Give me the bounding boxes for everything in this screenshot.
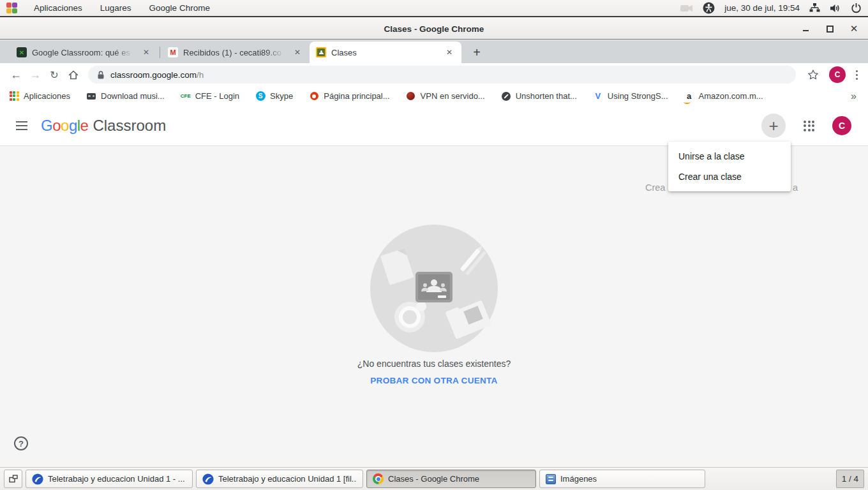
help-button[interactable]: ? <box>14 436 28 450</box>
tab-title: Google Classroom: qué es <box>32 48 135 57</box>
url-host: classroom.google.com <box>110 70 197 80</box>
add-class-button[interactable]: + <box>761 114 786 138</box>
tab-google-classroom-article[interactable]: ✕ Google Classroom: qué es ✕ <box>10 41 158 63</box>
panel-menu-google-chrome[interactable]: Google Chrome <box>148 2 211 14</box>
bookmark-amazon[interactable]: a Amazon.com.m... <box>684 91 763 101</box>
browser-tab-strip: ✕ Google Classroom: qué es ✕ M Recibidos… <box>0 40 868 63</box>
power-icon[interactable] <box>851 3 862 13</box>
taskbar-button-label: Teletrabajo y educacion Unidad 1 - ... <box>48 474 185 484</box>
tab-separator <box>160 47 160 58</box>
bookmark-label: VPN en servido... <box>421 91 485 101</box>
try-another-account-link[interactable]: PROBAR CON OTRA CUENTA <box>0 376 868 385</box>
new-tab-button[interactable]: + <box>468 43 486 61</box>
window-title: Clases - Google Chrome <box>384 24 484 34</box>
show-desktop-button[interactable] <box>4 470 22 488</box>
bookmark-label: Download musi... <box>101 91 165 101</box>
apps-grid-icon <box>9 91 19 101</box>
bookmark-label: Using StrongS... <box>608 91 668 101</box>
url-path: /h <box>197 70 204 80</box>
taskbar-button-wps-1[interactable]: Teletrabajo y educacion Unidad 1 - ... <box>26 470 193 488</box>
tab-gmail-inbox[interactable]: M Recibidos (1) - cecati89.co ✕ <box>161 41 310 63</box>
tab-title: Recibidos (1) - cecati89.co <box>183 48 287 57</box>
browser-profile-avatar[interactable]: C <box>829 66 846 83</box>
wps-writer-icon <box>202 473 214 485</box>
classroom-favicon-icon <box>316 47 326 57</box>
file-manager-icon <box>546 474 556 484</box>
close-window-button[interactable]: ✕ <box>849 24 859 34</box>
volume-icon[interactable] <box>830 3 841 13</box>
reload-button[interactable]: ↻ <box>45 65 64 84</box>
window-titlebar[interactable]: Clases - Google Chrome ✕ <box>0 19 868 40</box>
bookmark-pagina-principal[interactable]: Página principal... <box>309 91 389 101</box>
amazon-icon: a <box>684 91 694 101</box>
taskbar-button-imagenes[interactable]: Imágenes <box>539 470 705 488</box>
taskbar-button-label: Imágenes <box>560 474 597 484</box>
empty-state-question: ¿No encuentras tus clases existentes? <box>0 359 868 369</box>
network-icon[interactable] <box>809 3 820 13</box>
minimize-button[interactable] <box>800 24 811 34</box>
bookmark-label: Skype <box>270 91 293 101</box>
office-icon <box>310 92 318 100</box>
bookmark-unshorten[interactable]: Unshorten that... <box>501 91 577 101</box>
menu-item-create-class[interactable]: Crear una clase <box>668 167 791 187</box>
chrome-icon <box>373 473 384 484</box>
bookmark-label: CFE - Login <box>195 91 239 101</box>
lock-icon <box>97 70 105 80</box>
cfe-icon: CFE <box>181 91 191 101</box>
classroom-content: Crea a <box>0 147 868 467</box>
add-class-dropdown-menu: Unirse a la clase Crear una clase <box>668 142 791 191</box>
boombox-icon <box>87 93 96 100</box>
main-menu-icon[interactable] <box>9 113 34 138</box>
classroom-logo[interactable]: Google Classroom <box>41 117 166 135</box>
address-bar[interactable]: classroom.google.com/h <box>88 66 796 84</box>
background-hint-text-right: a <box>793 182 798 193</box>
back-button[interactable]: ← <box>6 65 26 84</box>
google-apps-grid-icon[interactable] <box>801 118 817 134</box>
red-sphere-icon <box>407 92 415 100</box>
tab-close-icon[interactable]: ✕ <box>444 47 455 58</box>
bookmark-download-music[interactable]: Download musi... <box>86 91 165 101</box>
windows-icon <box>9 475 18 483</box>
bookmarks-bar: Aplicaciones Download musi... CFE CFE - … <box>0 86 868 106</box>
home-button[interactable] <box>64 65 83 84</box>
bookmark-strongvpn[interactable]: V Using StrongS... <box>593 91 668 101</box>
bookmark-label: Aplicaciones <box>24 91 70 101</box>
bookmark-cfe-login[interactable]: CFE CFE - Login <box>181 91 239 101</box>
tab-close-icon[interactable]: ✕ <box>140 47 152 58</box>
accessibility-icon[interactable] <box>703 2 715 14</box>
classroom-header: Google Classroom + C <box>0 106 868 146</box>
menu-item-join-class[interactable]: Unirse a la clase <box>668 146 791 167</box>
taskbar-button-label: Teletrabajo y educacion Unidad 1 [fil... <box>218 474 357 484</box>
forward-button[interactable]: → <box>26 65 45 84</box>
bookmark-vpn[interactable]: VPN en servido... <box>406 91 485 101</box>
bookmark-label: Página principal... <box>324 91 389 101</box>
wps-writer-icon <box>32 473 43 485</box>
tab-close-icon[interactable]: ✕ <box>292 47 303 58</box>
globe-icon <box>502 92 511 101</box>
bookmarks-overflow-chevron[interactable]: » <box>851 91 859 102</box>
workspace-pager[interactable]: 1 / 4 <box>836 470 864 488</box>
desktop-taskbar: Teletrabajo y educacion Unidad 1 - ... T… <box>0 467 868 490</box>
account-avatar[interactable]: C <box>832 116 851 135</box>
taskbar-button-chrome-active[interactable]: Clases - Google Chrome <box>366 470 536 488</box>
panel-clock[interactable]: jue, 30 de jul, 19:54 <box>724 3 800 13</box>
site-favicon-icon: ✕ <box>17 47 27 57</box>
maximize-button[interactable] <box>825 24 835 34</box>
google-wordmark: Google <box>41 117 88 135</box>
bookmark-skype[interactable]: S Skype <box>255 91 293 101</box>
empty-classes-illustration <box>370 225 498 352</box>
distro-logo-icon <box>6 3 17 13</box>
taskbar-button-wps-2[interactable]: Teletrabajo y educacion Unidad 1 [fil... <box>196 470 363 488</box>
taskbar-button-label: Clases - Google Chrome <box>388 474 479 484</box>
strongvpn-icon: V <box>593 91 603 101</box>
browser-menu-icon[interactable] <box>852 66 862 84</box>
bookmark-label: Unshorten that... <box>516 91 577 101</box>
panel-menu-aplicaciones[interactable]: Aplicaciones <box>33 2 84 14</box>
bookmark-label: Amazon.com.m... <box>699 91 763 101</box>
desktop: Aplicaciones Lugares Google Chrome jue, … <box>0 0 868 490</box>
bookmark-star-icon[interactable] <box>804 65 823 84</box>
screen-record-indicator-icon <box>680 4 693 12</box>
panel-menu-lugares[interactable]: Lugares <box>99 2 133 14</box>
tab-clases-active[interactable]: Clases ✕ <box>310 41 461 63</box>
bookmark-aplicaciones[interactable]: Aplicaciones <box>9 91 70 101</box>
